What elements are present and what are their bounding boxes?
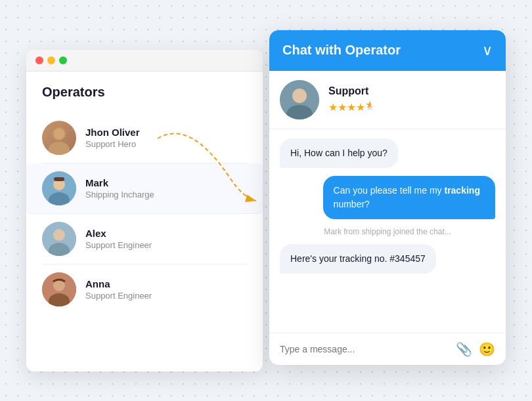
operator-item-jhon[interactable]: Jhon Oliver Support Hero xyxy=(42,113,247,163)
operator-info-jhon: Jhon Oliver Support Hero xyxy=(85,127,247,149)
operators-panel: Operators Jhon Oliver Support Hero xyxy=(26,50,263,371)
avatar-alex xyxy=(42,222,76,256)
chat-header-title: Chat with Operator xyxy=(282,43,401,58)
chat-input[interactable] xyxy=(280,344,449,354)
svg-point-1 xyxy=(49,142,70,155)
chat-message-2: Can you please tell me my tracking numbe… xyxy=(323,176,495,219)
operator-item-anna[interactable]: Anna Support Engineer xyxy=(42,264,247,314)
support-stars: ★★★★★★ xyxy=(328,98,374,114)
chat-header: Chat with Operator ∨ xyxy=(269,30,506,71)
avatar-support xyxy=(280,80,319,119)
browser-dot-green[interactable] xyxy=(59,56,67,64)
svg-point-15 xyxy=(292,89,307,103)
operator-item-mark[interactable]: Mark Shipping Incharge xyxy=(26,163,263,214)
operator-role-anna: Support Engineer xyxy=(85,291,247,301)
browser-dot-red[interactable] xyxy=(35,56,43,64)
avatar-jhon xyxy=(42,121,76,155)
chat-message-1: Hi, How can I help you? xyxy=(280,138,398,168)
svg-point-8 xyxy=(53,229,65,241)
operator-name-jhon: Jhon Oliver xyxy=(85,127,247,138)
operators-title: Operators xyxy=(42,85,247,100)
attachment-icon[interactable]: 📎 xyxy=(456,341,472,357)
chat-message-4: Here's your tracking no. #345457 xyxy=(280,244,436,274)
scene-container: Operators Jhon Oliver Support Hero xyxy=(26,30,506,371)
svg-point-2 xyxy=(54,129,64,139)
chat-input-area: 📎 🙂 xyxy=(269,333,506,365)
chevron-down-icon[interactable]: ∨ xyxy=(482,42,493,59)
operator-info-mark: Mark Shipping Incharge xyxy=(85,177,247,200)
chat-widget: Chat with Operator ∨ Support ★★★★★★ Hi, … xyxy=(269,30,506,365)
operator-role-mark: Shipping Incharge xyxy=(85,190,247,200)
operator-name-mark: Mark xyxy=(85,177,247,188)
operator-item-alex[interactable]: Alex Support Engineer xyxy=(42,214,247,264)
svg-rect-6 xyxy=(54,177,64,181)
operator-info-alex: Alex Support Engineer xyxy=(85,228,247,250)
chat-support-info: Support ★★★★★★ xyxy=(269,71,506,129)
operators-content: Operators Jhon Oliver Support Hero xyxy=(26,72,263,327)
operator-role-alex: Support Engineer xyxy=(85,240,247,250)
browser-dot-yellow[interactable] xyxy=(47,56,55,64)
support-details: Support ★★★★★★ xyxy=(328,85,374,114)
avatar-anna xyxy=(42,272,76,306)
browser-titlebar xyxy=(26,50,263,72)
avatar-mark xyxy=(42,171,76,205)
operator-name-alex: Alex xyxy=(85,228,247,239)
emoji-icon[interactable]: 🙂 xyxy=(479,341,495,357)
operator-info-anna: Anna Support Engineer xyxy=(85,278,247,301)
operator-name-anna: Anna xyxy=(85,278,247,289)
support-name: Support xyxy=(328,85,374,97)
chat-messages: Hi, How can I help you? Can you please t… xyxy=(269,129,506,333)
chat-message-3: Mark from shipping joined the chat... xyxy=(280,227,495,236)
operator-role-jhon: Support Hero xyxy=(85,139,247,149)
